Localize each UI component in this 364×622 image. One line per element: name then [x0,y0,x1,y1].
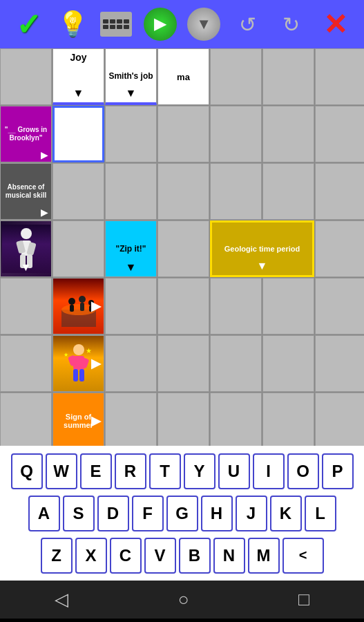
cell-r5-c3[interactable] [157,335,209,392]
toolbar: ✓ 💡 ▶ ▼ ↺ ↻ ✕ [0,0,364,48]
key-j[interactable]: J [236,496,267,531]
close-button[interactable]: ✕ [317,6,353,42]
key-p[interactable]: P [322,453,354,489]
cell-photo-concert[interactable]: ▶ [52,278,104,334]
backspace-key[interactable]: < [282,538,324,574]
cell-r4-c0[interactable] [0,278,52,334]
key-b[interactable]: B [179,538,211,574]
cell-r1-c2[interactable] [105,106,157,162]
key-i[interactable]: I [253,453,285,489]
key-a[interactable]: A [28,496,60,531]
cell-r1-c4[interactable] [210,106,262,162]
cell-r6-c5[interactable] [262,393,314,446]
cell-photo-person[interactable]: ▼ [0,220,52,277]
key-n[interactable]: N [213,538,245,574]
cell-header-ma[interactable]: ma [157,48,209,105]
cell-absence-musical[interactable]: Absence of musical skill ▶ [0,163,52,220]
key-r[interactable]: R [115,453,146,489]
key-q[interactable]: Q [11,453,43,489]
cell-r0-c0[interactable] [0,48,52,105]
key-h[interactable]: H [201,496,233,531]
cell-r3-c6[interactable] [315,220,364,277]
svg-point-0 [21,228,32,239]
cell-r6-c2[interactable] [105,393,157,446]
cell-r2-c6[interactable] [315,163,364,220]
svg-point-14 [73,344,84,355]
svg-point-10 [79,296,86,303]
key-l[interactable]: L [305,496,336,531]
cell-header-joy[interactable]: Joy ▼ [52,48,104,105]
cell-r3-c3[interactable] [157,220,209,277]
redo-button[interactable]: ↻ [274,6,309,42]
cell-r4-c2[interactable] [105,278,157,334]
svg-rect-19 [79,369,84,381]
home-button[interactable]: ○ [178,589,189,610]
hint-button[interactable]: 💡 [55,6,90,42]
cell-r6-c6[interactable] [315,393,364,446]
cell-grows-brooklyn[interactable]: "__ Grows in Brooklyn" ▶ [0,106,52,162]
cell-r2-c1[interactable] [52,163,104,220]
back-button[interactable]: ◁ [55,589,68,610]
cell-r4-c6[interactable] [315,278,364,334]
cell-r0-c6[interactable] [315,48,364,105]
key-f[interactable]: F [132,496,164,531]
svg-text:★: ★ [64,352,68,358]
cell-r5-c5[interactable] [262,335,314,392]
cell-r0-c4[interactable] [210,48,262,105]
nav-bar: ◁ ○ □ [0,581,364,619]
key-x[interactable]: X [75,538,107,574]
cell-r1-c3[interactable] [157,106,209,162]
key-d[interactable]: D [97,496,129,531]
key-z[interactable]: Z [41,538,73,574]
key-k[interactable]: K [270,496,302,531]
cell-r0-c5[interactable] [262,48,314,105]
key-v[interactable]: V [144,538,176,574]
cell-r2-c5[interactable] [262,163,314,220]
keyboard-row-1: Q W E R T Y U I O P [3,453,361,489]
cell-r4-c4[interactable] [210,278,262,334]
cell-r1-c6[interactable] [315,106,364,162]
cell-r2-c4[interactable] [210,163,262,220]
cell-r3-c1[interactable] [52,220,104,277]
check-button[interactable]: ✓ [11,6,47,42]
cell-sign-summer[interactable]: Sign of summer ▶ [52,393,104,446]
down-button[interactable]: ▼ [186,6,222,42]
keyboard-button[interactable] [98,6,134,42]
cell-r1-c5[interactable] [262,106,314,162]
key-m[interactable]: M [248,538,280,574]
cell-r5-c2[interactable] [105,335,157,392]
cell-r6-c3[interactable] [157,393,209,446]
key-u[interactable]: U [218,453,250,489]
cell-r6-c0[interactable] [0,393,52,446]
cell-r4-c3[interactable] [157,278,209,334]
cell-header-smiths[interactable]: Smith's job ▼ [105,48,157,105]
cell-r5-c6[interactable] [315,335,364,392]
cell-r5-c4[interactable] [210,335,262,392]
cell-r4-c5[interactable] [262,278,314,334]
cell-r2-c2[interactable] [105,163,157,220]
key-w[interactable]: W [46,453,77,489]
cell-zip-it[interactable]: "Zip it!" ▼ [105,220,157,277]
recents-button[interactable]: □ [298,589,309,610]
key-t[interactable]: T [149,453,181,489]
cell-r2-c3[interactable] [157,163,209,220]
undo-button[interactable]: ↺ [230,6,266,42]
cell-r1-c1[interactable] [52,106,104,162]
crossword-grid: Joy ▼ Smith's job ▼ ma "__ Grows in Broo… [0,48,364,446]
cell-geologic[interactable]: Geologic time period ▼ [210,220,314,277]
next-button[interactable]: ▶ [142,6,178,42]
cell-r6-c4[interactable] [210,393,262,446]
key-y[interactable]: Y [184,453,215,489]
svg-text:★: ★ [86,347,92,355]
keyboard-row-3: Z X C V B N M < [3,538,361,574]
svg-rect-11 [80,303,84,311]
key-c[interactable]: C [110,538,142,574]
svg-rect-9 [70,305,74,312]
key-e[interactable]: E [80,453,112,489]
key-s[interactable]: S [63,496,95,531]
keyboard-area: Q W E R T Y U I O P A S D F G H J K L Z … [0,446,364,581]
cell-photo-costume[interactable]: ★ ★ ▶ [52,335,104,392]
key-o[interactable]: O [287,453,319,489]
key-g[interactable]: G [166,496,198,531]
cell-r5-c0[interactable] [0,335,52,392]
